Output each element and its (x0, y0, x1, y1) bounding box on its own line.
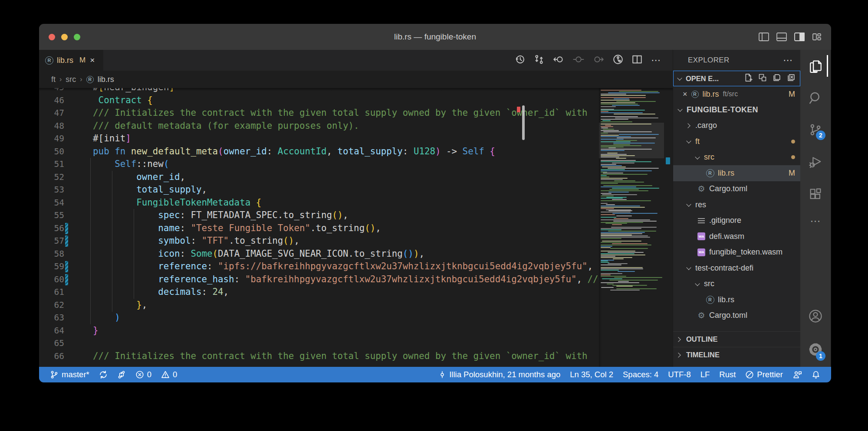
code-line-61[interactable]: 61 decimals: 24, (39, 286, 599, 299)
code-line-53[interactable]: 53 total_supply, (39, 183, 599, 196)
status-warnings[interactable]: 0 (156, 367, 182, 382)
toggle-panel-icon[interactable] (776, 33, 787, 41)
previous-change-icon[interactable] (553, 54, 564, 66)
previous-diff-icon[interactable] (573, 54, 584, 66)
outline-label: OUTLINE (686, 335, 717, 343)
code-line-63[interactable]: 63 ) (39, 311, 599, 324)
open-editors-header[interactable]: OPEN E... (673, 71, 800, 86)
tree-item-src[interactable]: src (673, 276, 800, 292)
tree-item-lib.rs[interactable]: Rlib.rs (673, 292, 800, 308)
status-eol[interactable]: LF (696, 367, 715, 382)
customize-layout-icon[interactable] (812, 33, 822, 41)
line-number: 65 (39, 337, 64, 350)
commit-graph-icon[interactable] (613, 54, 623, 66)
status-sync[interactable] (94, 367, 112, 382)
minimap[interactable] (599, 88, 664, 367)
tree-item-src[interactable]: src (673, 150, 800, 166)
status-scm-branch[interactable]: master* (45, 367, 94, 382)
close-editor-icon[interactable]: × (683, 90, 687, 99)
activity-source-control[interactable]: 2 (800, 114, 831, 146)
tab-close-icon[interactable]: × (90, 56, 95, 65)
breadcrumb-folder[interactable]: ft (51, 75, 56, 84)
overview-ruler[interactable] (664, 88, 673, 367)
minimap-line (601, 154, 627, 155)
status-errors[interactable]: 0 (131, 367, 156, 382)
activity-settings-gear[interactable]: 1 (800, 332, 831, 367)
code-line-59[interactable]: 59 reference: "ipfs://bafkreihhpgyvazgcf… (39, 260, 599, 273)
outline-section-header[interactable]: OUTLINE (673, 331, 800, 347)
close-window-button[interactable] (49, 34, 55, 40)
code-line-45[interactable]: 45 #[near_bindgen] (39, 88, 599, 94)
tree-item-defi.wasm[interactable]: WAdefi.wasm (673, 229, 800, 245)
open-changes-icon[interactable] (534, 54, 544, 66)
close-all-editors-icon[interactable] (787, 73, 796, 84)
tree-item-ft[interactable]: ft (673, 134, 800, 150)
breadcrumb-file[interactable]: lib.rs (98, 75, 114, 84)
editor-layout-icon[interactable] (758, 73, 767, 84)
code-line-48[interactable]: 48 /// default metadata (for example pur… (39, 120, 599, 133)
status-notifications[interactable] (807, 367, 825, 382)
status-cursor-position[interactable]: Ln 35, Col 2 (565, 367, 618, 382)
activity-account[interactable] (800, 300, 831, 332)
status-feedback[interactable] (788, 367, 807, 382)
tree-item-.cargo[interactable]: .cargo (673, 118, 800, 134)
status-label: Ln 35, Col 2 (570, 370, 613, 379)
chevron-right-icon: › (80, 75, 82, 83)
activity-search[interactable] (800, 82, 831, 114)
tree-item-cargo.toml[interactable]: ⚙Cargo.toml (673, 181, 800, 197)
code-line-54[interactable]: 54 FungibleTokenMetadata { (39, 196, 599, 209)
zoom-window-button[interactable] (74, 34, 80, 40)
code-line-50[interactable]: 50 pub fn new_default_meta(owner_id: Acc… (39, 145, 599, 158)
status-encoding[interactable]: UTF-8 (663, 367, 695, 382)
status-formatter-prettier[interactable]: Prettier (740, 367, 788, 382)
activity-explorer[interactable] (800, 50, 831, 82)
code-line-60[interactable]: 60 reference_hash: "bafkreihhpgyvazgcftl… (39, 273, 599, 286)
tree-item-res[interactable]: res (673, 197, 800, 213)
minimap-line (601, 222, 643, 223)
toggle-primary-sidebar-icon[interactable] (759, 33, 769, 41)
more-actions-icon[interactable]: ⋯ (651, 55, 661, 66)
code-line-56[interactable]: 56 name: "Teste Fungible Token".to_strin… (39, 222, 599, 235)
code-line-57[interactable]: 57 symbol: "TFT".to_string(), (39, 235, 599, 248)
tree-item-lib.rs[interactable]: Rlib.rsM (673, 165, 800, 181)
status-indentation[interactable]: Spaces: 4 (618, 367, 663, 382)
tree-item-test-contract-defi[interactable]: test-contract-defi (673, 260, 800, 276)
status-git-blame[interactable]: Illia Polosukhin, 21 months ago (434, 367, 565, 382)
save-all-icon[interactable] (773, 73, 781, 84)
tree-item-.gitignore[interactable]: .gitignore (673, 213, 800, 229)
explorer-more-actions-icon[interactable]: ⋯ (783, 55, 793, 66)
next-diff-icon[interactable] (593, 54, 604, 66)
open-editor-entry[interactable]: × R lib.rs ft/src M (673, 86, 800, 102)
code-line-58[interactable]: 58 icon: Some(DATA_IMAGE_SVG_NEAR_ICON.t… (39, 248, 599, 261)
code-line-52[interactable]: 52 owner_id, (39, 171, 599, 184)
status-gitlens-compare[interactable] (112, 367, 131, 382)
toggle-secondary-sidebar-icon[interactable] (794, 33, 805, 41)
new-untitled-file-icon[interactable] (744, 73, 753, 84)
activity-extensions[interactable] (800, 178, 831, 210)
tree-item-fungible-token[interactable]: FUNGIBLE-TOKEN (673, 102, 800, 118)
activity-run-debug[interactable] (800, 146, 831, 178)
status-language-mode[interactable]: Rust (714, 367, 740, 382)
minimize-window-button[interactable] (61, 34, 68, 40)
code-line-49[interactable]: 49 #[init] (39, 132, 599, 145)
title-bar[interactable]: lib.rs — fungible-token (39, 24, 831, 50)
split-editor-icon[interactable] (632, 54, 642, 66)
code-line-66[interactable]: 66 /// Initializes the contract with the… (39, 350, 599, 363)
line-number: 49 (39, 132, 64, 145)
breadcrumb-folder[interactable]: src (66, 75, 76, 84)
code-line-46[interactable]: 46 Contract { (39, 94, 599, 107)
tab-lib-rs[interactable]: R lib.rs M × (39, 50, 103, 71)
line-number: 53 (39, 183, 64, 196)
activity-more-icon[interactable]: ⋯ (800, 210, 831, 232)
timeline-history-icon[interactable] (515, 54, 525, 66)
code-line-64[interactable]: 64 } (39, 324, 599, 337)
code-editor[interactable]: 45 #[near_bindgen]46 Contract {47 /// In… (39, 88, 673, 367)
code-line-51[interactable]: 51 Self::new( (39, 158, 599, 171)
timeline-section-header[interactable]: TIMELINE (673, 347, 800, 362)
code-line-55[interactable]: 55 spec: FT_METADATA_SPEC.to_string(), (39, 209, 599, 222)
code-line-47[interactable]: 47 /// Initializes the contract with the… (39, 107, 599, 120)
code-line-62[interactable]: 62 }, (39, 299, 599, 312)
code-line-65[interactable]: 65 (39, 337, 599, 350)
tree-item-cargo.toml[interactable]: ⚙Cargo.toml (673, 308, 800, 324)
tree-item-fungible_token.wasm[interactable]: WAfungible_token.wasm (673, 245, 800, 261)
